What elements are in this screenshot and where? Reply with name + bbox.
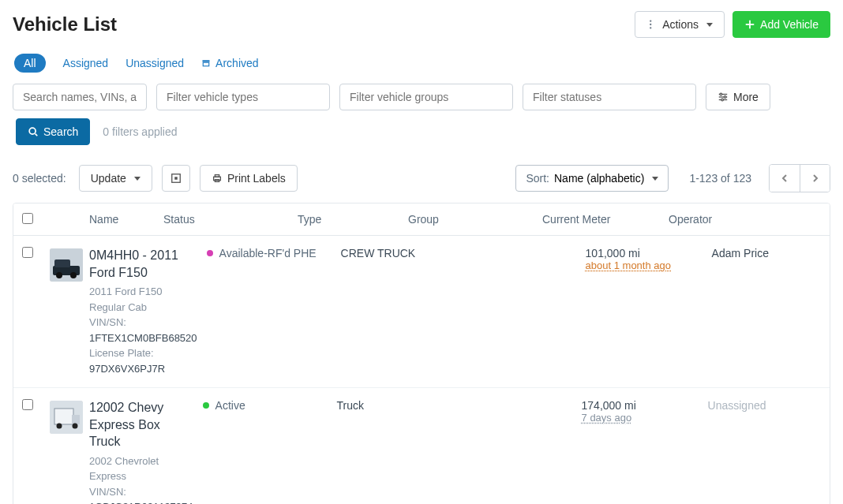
update-label: Update — [91, 172, 126, 185]
svg-point-11 — [724, 96, 726, 99]
tab-all[interactable]: All — [14, 54, 46, 73]
vin-value: 1GBJG31R021137374 — [89, 501, 193, 504]
vehicle-thumbnail[interactable] — [50, 401, 83, 434]
svg-rect-6 — [203, 62, 209, 66]
type-cell: CREW TRUCK — [336, 245, 447, 261]
pager-next-button[interactable] — [800, 165, 830, 192]
vehicle-name[interactable]: 0M4HH0 - 2011 Ford F150 — [89, 247, 197, 281]
vin-label: VIN/SN: — [89, 486, 126, 498]
chevron-down-icon — [652, 177, 658, 181]
group-cell — [443, 398, 577, 401]
sort-button[interactable]: Sort: Name (alphabetic) — [515, 165, 669, 192]
col-group[interactable]: Group — [403, 211, 538, 227]
svg-point-31 — [57, 424, 62, 429]
chevron-left-icon — [781, 174, 789, 183]
vin-label: VIN/SN: — [89, 316, 126, 328]
meter-value: 174,000 mi — [582, 399, 699, 412]
svg-point-24 — [70, 272, 77, 278]
svg-point-2 — [650, 27, 651, 28]
col-meter[interactable]: Current Meter — [538, 211, 664, 227]
meter-value: 101,000 mi — [586, 247, 702, 259]
status-text: Available-RF'd PHE — [219, 247, 317, 259]
col-operator[interactable]: Operator — [664, 211, 798, 227]
print-labels-button[interactable]: Print Labels — [200, 165, 298, 192]
svg-point-0 — [650, 20, 651, 21]
svg-rect-30 — [72, 415, 80, 424]
svg-point-12 — [721, 99, 724, 101]
print-labels-label: Print Labels — [227, 172, 286, 185]
svg-rect-22 — [54, 259, 70, 267]
svg-rect-18 — [215, 175, 219, 177]
sort-prefix: Sort: — [526, 172, 549, 185]
meter-timestamp[interactable]: about 1 month ago — [586, 259, 702, 271]
actions-button[interactable]: Actions — [635, 11, 725, 38]
operator-cell: Adam Price — [707, 245, 830, 261]
plate-label: License Plate: — [89, 347, 154, 359]
group-cell — [447, 245, 581, 248]
page-title: Vehicle List — [13, 13, 117, 35]
svg-rect-5 — [203, 60, 210, 62]
search-icon — [28, 126, 39, 137]
pager-text: 1-123 of 123 — [689, 172, 751, 185]
tab-unassigned[interactable]: Unassigned — [126, 54, 184, 73]
vin-value: 1FTEX1CM0BFB68520 — [89, 332, 197, 344]
svg-point-23 — [56, 272, 62, 278]
chevron-right-icon — [811, 174, 819, 183]
meter-timestamp[interactable]: 7 days ago — [582, 412, 699, 424]
update-button[interactable]: Update — [79, 165, 152, 192]
table-row: 12002 Chevy Express Box Truck2002 Chevro… — [13, 388, 830, 504]
tab-archived[interactable]: Archived — [201, 54, 258, 73]
tab-assigned[interactable]: Assigned — [63, 54, 109, 73]
vehicle-thumbnail[interactable] — [50, 248, 83, 282]
more-filters-button[interactable]: More — [706, 84, 770, 110]
vehicle-name[interactable]: 12002 Chevy Express Box Truck — [89, 399, 193, 450]
select-all-checkbox[interactable] — [22, 213, 33, 224]
status-text: Active — [215, 399, 245, 412]
filter-status-input[interactable] — [523, 84, 696, 110]
svg-rect-4 — [746, 24, 755, 25]
row-checkbox[interactable] — [22, 399, 33, 410]
svg-point-13 — [29, 128, 36, 134]
status-dot-icon — [207, 250, 213, 256]
vehicle-table: Name Status Type Group Current Meter Ope… — [13, 203, 830, 504]
vehicle-subtitle: 2011 Ford F150 Regular Cab — [89, 284, 197, 315]
pager-prev-button[interactable] — [770, 165, 800, 192]
svg-point-1 — [650, 24, 651, 25]
col-name[interactable]: Name — [84, 211, 159, 227]
status-dot-icon — [203, 402, 209, 409]
selected-count: 0 selected: — [13, 172, 66, 185]
col-type[interactable]: Type — [293, 211, 403, 227]
row-checkbox[interactable] — [22, 247, 33, 258]
plus-icon — [744, 19, 755, 30]
filter-type-input[interactable] — [156, 84, 330, 110]
more-filters-label: More — [733, 91, 759, 103]
col-status[interactable]: Status — [159, 211, 293, 227]
chevron-down-icon — [706, 23, 713, 27]
columns-button[interactable] — [162, 165, 190, 192]
svg-point-32 — [73, 424, 78, 429]
search-input[interactable] — [13, 84, 147, 110]
printer-icon — [212, 173, 223, 184]
search-button-label: Search — [43, 125, 78, 138]
svg-line-14 — [36, 134, 38, 136]
vehicle-subtitle: 2002 Chevrolet Express — [89, 454, 193, 484]
filter-group-input[interactable] — [339, 84, 513, 110]
table-row: 0M4HH0 - 2011 Ford F1502011 Ford F150 Re… — [13, 236, 830, 388]
sliders-icon — [717, 91, 729, 103]
drag-dots-icon — [646, 19, 658, 30]
svg-point-10 — [720, 93, 722, 95]
operator-cell: Unassigned — [703, 398, 830, 413]
tab-archived-label: Archived — [215, 57, 258, 69]
search-button[interactable]: Search — [16, 118, 90, 145]
filters-applied-text: 0 filters applied — [103, 125, 177, 138]
archive-icon — [201, 58, 211, 68]
add-vehicle-button[interactable]: Add Vehicle — [732, 11, 830, 38]
sort-value: Name (alphabetic) — [554, 172, 644, 185]
svg-rect-16 — [174, 177, 178, 180]
actions-label: Actions — [662, 18, 699, 31]
add-vehicle-label: Add Vehicle — [760, 18, 819, 31]
chevron-down-icon — [134, 177, 140, 181]
plate-value: 97DX6VX6PJ7R — [89, 363, 165, 375]
svg-rect-29 — [54, 409, 73, 424]
type-cell: Truck — [332, 398, 443, 413]
